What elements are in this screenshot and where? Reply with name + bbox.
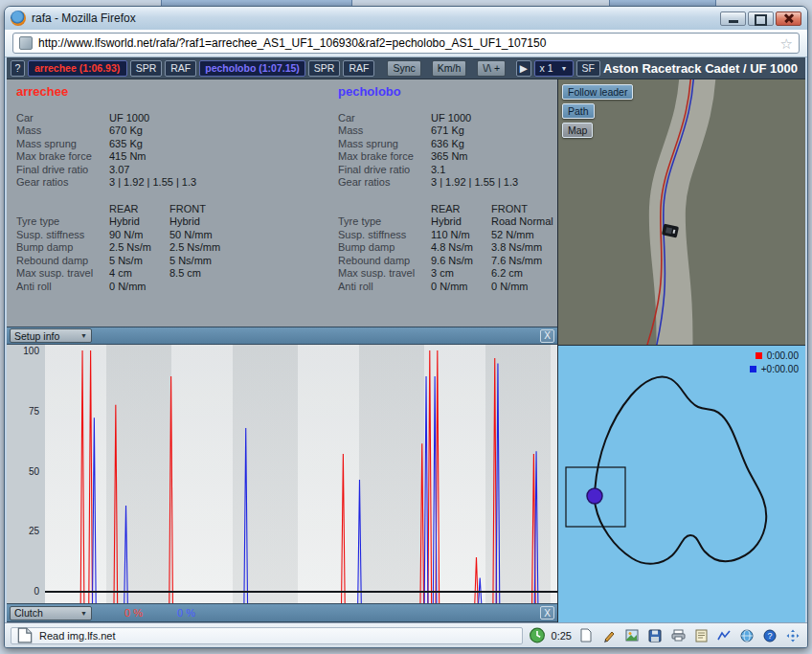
setup-value: UF 1000 (109, 112, 149, 125)
help-icon[interactable]: ? (761, 627, 778, 643)
setup-row: Gear ratios3 | 1.92 | 1.55 | 1.3 (16, 176, 338, 190)
track-view-button-follow-leader[interactable]: Follow leader (562, 84, 633, 100)
driver1-spr-button[interactable]: SPR (130, 60, 163, 77)
front-value: 5 Ns/mm (169, 255, 338, 268)
chart-icon[interactable] (715, 627, 733, 643)
tyre-row: Rebound damp9.6 Ns/m7.6 Ns/mm (338, 255, 557, 268)
play-button[interactable]: ▶ (516, 60, 531, 77)
setup-row: Mass sprung635 Kg (16, 138, 338, 151)
driver2-spr-button[interactable]: SPR (308, 60, 341, 77)
driver1-button[interactable]: arrechee (1:06.93) (28, 60, 127, 77)
setup-row: Mass670 Kg (16, 124, 338, 138)
chart-plot[interactable] (45, 345, 557, 603)
setup-row: Mass sprung636 Kg (338, 138, 557, 151)
setup-info-bar: Setup info ▼ X (7, 327, 557, 345)
tyre-row: Max susp. travel3 cm6.2 cm (338, 267, 557, 281)
pan-arrows-icon[interactable] (784, 627, 801, 643)
driver2-raf-button[interactable]: RAF (343, 60, 374, 77)
y-tick-label: 75 (29, 405, 39, 416)
speed-select[interactable]: x 1 ▼ (534, 60, 574, 77)
document-icon[interactable] (577, 627, 595, 643)
legend-label: 0:00.00 (767, 350, 799, 361)
setup-label (16, 203, 109, 216)
save-icon[interactable] (646, 627, 664, 643)
y-tick-label: 50 (29, 465, 39, 476)
clutch-spikes (45, 350, 557, 603)
browser-content: ? arrechee (1:06.93) SPR RAF pecholobo (… (7, 57, 805, 622)
front-value: Hybrid (169, 215, 338, 229)
front-value: 2.5 Ns/mm (169, 241, 338, 255)
rear-value: 5 Ns/m (109, 255, 169, 268)
driver-name: pecholobo (338, 85, 557, 99)
setup-value: 3.07 (109, 164, 129, 177)
tyre-header-row: REARFRONT (16, 203, 338, 216)
firefox-icon (11, 11, 26, 26)
front-value (169, 281, 338, 294)
titlebar[interactable]: rafa - Mozilla Firefox (5, 7, 807, 30)
setup-info-label: Setup info (14, 330, 59, 342)
setup-label: Bump damp (338, 241, 431, 255)
driver-name: arrechee (16, 85, 338, 99)
track-view: Follow leaderPathMap (558, 79, 805, 346)
rear-value: 4.8 Ns/m (431, 241, 491, 255)
status-bar: Read img.lfs.net 0:25 (5, 622, 807, 647)
graph-select[interactable]: Clutch ▼ (10, 606, 92, 620)
url-field[interactable]: http://www.lfsworld.net/rafa/?raf1=arrec… (12, 33, 800, 54)
bookmark-star-icon[interactable]: ☆ (780, 36, 793, 51)
url-text[interactable]: http://www.lfsworld.net/rafa/?raf1=arrec… (38, 36, 775, 50)
setup-label: Bump damp (16, 241, 109, 255)
edit-pencil-icon[interactable] (600, 627, 618, 643)
setup-label: Final drive ratio (338, 164, 431, 177)
site-favicon (19, 36, 33, 50)
setup-info-select[interactable]: Setup info ▼ (10, 328, 92, 343)
setup-value: 3.1 (431, 164, 445, 177)
driver2-button[interactable]: pecholobo (1:07.15) (199, 60, 305, 77)
track-map[interactable]: 0:00.00+0:00.00 (558, 346, 805, 622)
clutch-chart: 1007550250 (7, 345, 557, 603)
track-view-button-path[interactable]: Path (562, 103, 595, 119)
setup-value: 3 | 1.92 | 1.55 | 1.3 (109, 176, 196, 190)
rear-header: REAR (109, 203, 169, 216)
sf-button[interactable]: SF (576, 60, 600, 77)
driver2-clutch-value: 0 % (177, 607, 195, 619)
setup-label: Mass sprung (16, 138, 109, 151)
graph-select-label: Clutch (14, 607, 43, 619)
units-button[interactable]: Km/h (432, 60, 467, 77)
setup-row: Max brake force365 Nm (338, 150, 557, 164)
image-icon[interactable] (623, 627, 641, 643)
help-button[interactable]: ? (11, 60, 25, 77)
front-value: 3.8 Ns/mm (491, 241, 557, 255)
setup-label: Max susp. travel (16, 267, 109, 281)
status-timer: 0:25 (552, 630, 572, 642)
setup-label (338, 203, 431, 216)
front-value: 7.6 Ns/mm (491, 255, 557, 268)
setup-value: 365 Nm (431, 150, 468, 164)
track-title: Aston Racetrack Cadet / UF 1000 (603, 61, 801, 76)
minimize-button[interactable] (720, 11, 746, 26)
legend-label: +0:00.00 (761, 364, 799, 374)
legend-swatch (750, 366, 756, 372)
setup-label: Max susp. travel (338, 267, 431, 281)
chevron-down-icon: ▼ (80, 610, 87, 617)
globe-icon[interactable] (738, 627, 756, 643)
chevron-down-icon: ▼ (80, 332, 87, 339)
rear-value: 4 cm (109, 267, 169, 281)
tyre-row: Anti roll0 N/mm0 N/mm (338, 281, 557, 294)
maximize-button[interactable] (748, 11, 774, 26)
close-button[interactable] (776, 11, 801, 26)
setup-panel-close-button[interactable]: X (540, 329, 554, 343)
graph-panel-close-button[interactable]: X (540, 606, 554, 620)
setup-label: Rebound damp (16, 255, 109, 268)
setup-label: Tyre type (16, 215, 109, 229)
tyre-row: Bump damp4.8 Ns/m3.8 Ns/mm (338, 241, 557, 255)
setup-label: Mass (338, 124, 431, 138)
track-outline (594, 376, 766, 563)
sync-button[interactable]: Sync (387, 60, 420, 77)
notes-icon[interactable] (692, 627, 710, 643)
y-axis-labels: 1007550250 (7, 350, 39, 591)
driver1-raf-button[interactable]: RAF (165, 60, 196, 77)
print-icon[interactable] (669, 627, 687, 643)
setup-value: 415 Nm (109, 150, 147, 164)
wave-zoom-button[interactable]: \/\ + (477, 60, 506, 77)
track-view-button-map[interactable]: Map (562, 123, 593, 138)
